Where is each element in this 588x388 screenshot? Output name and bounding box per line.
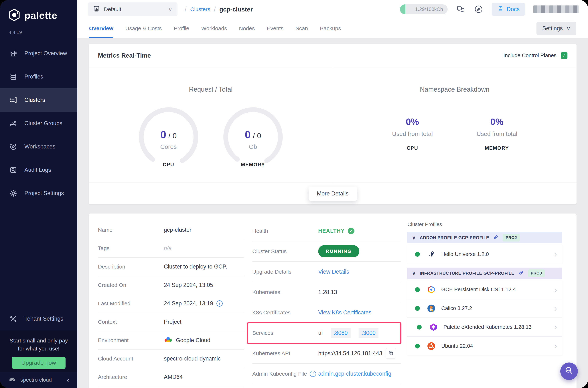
tab-scan[interactable]: Scan	[295, 19, 308, 38]
status-label: Services	[252, 330, 318, 336]
namespace-cpu-caption: Used from total	[389, 130, 436, 137]
service-name: ui	[318, 330, 323, 336]
sidebar-item-project-overview[interactable]: Project Overview	[0, 42, 77, 65]
sidebar-item-clusters[interactable]: Clusters	[0, 88, 77, 112]
info-icon[interactable]: i	[216, 300, 223, 307]
cluster-profiles-title: Cluster Profiles	[407, 221, 562, 227]
google-cloud-icon	[164, 337, 173, 344]
namespace-breakdown-title: Namespace Breakdown	[333, 86, 577, 93]
sidebar-item-project-settings[interactable]: Project Settings	[0, 182, 77, 205]
audit-search-icon	[9, 166, 18, 174]
tab-nodes[interactable]: Nodes	[239, 19, 255, 38]
infrastructure-profile-header[interactable]: ∨ INFRASTRUCTURE PROFILE GCP-PROFILE PRO…	[407, 267, 562, 279]
palette-logo-icon	[8, 8, 21, 22]
profile-item-gce-disk[interactable]: GCE Persistent Disk CSI 1.12.4 ›	[407, 280, 562, 299]
memory-gauge-label: MEMORY	[222, 162, 284, 168]
version-label: 4.4.19	[0, 22, 77, 35]
view-k8s-certificates-link[interactable]: View K8s Certificates	[318, 309, 371, 316]
namespace-memory-value: 0%	[473, 117, 521, 127]
chevron-right-icon: ›	[554, 342, 557, 350]
sidebar-item-workspaces[interactable]: Workspaces	[0, 135, 77, 158]
tab-workloads[interactable]: Workloads	[201, 19, 227, 38]
status-row-admin-kubeconfig: Admin Kubeconfig File i admin.gcp-cluste…	[252, 364, 401, 384]
tools-icon	[9, 315, 18, 323]
sidebar-item-cluster-groups[interactable]: Cluster Groups	[0, 112, 77, 135]
more-details-button[interactable]: More Details	[309, 187, 357, 201]
copy-api-url-button[interactable]	[385, 348, 396, 359]
ubuntu-icon	[427, 342, 435, 350]
breadcrumb-clusters-link[interactable]: Clusters	[190, 6, 210, 12]
status-row-cluster-status: Cluster Status RUNNING	[252, 241, 401, 262]
namespace-memory-stat: 0% Used from total MEMORY	[473, 117, 521, 151]
fraction-separator: /	[168, 132, 170, 140]
kubernetes-version: 1.28.13	[318, 289, 337, 295]
addon-profile-items: Hello Universe 1.2.0 ›	[407, 245, 562, 264]
sidebar-item-tenant-settings[interactable]: Tenant Settings	[0, 307, 77, 330]
tab-overview[interactable]: Overview	[89, 19, 113, 38]
sidebar-item-profiles[interactable]: Profiles	[0, 65, 77, 88]
addon-profile-name: ADDON PROFILE GCP-PROFILE	[420, 235, 489, 240]
explore-compass-icon[interactable]	[474, 4, 483, 14]
detail-label: Cloud Account	[98, 356, 164, 362]
detail-value: Cluster to deploy to GCP.	[164, 263, 227, 270]
sidebar: palette 4.4.19 Project Overview	[0, 0, 77, 388]
promo-text: Start small and only pay for what you us…	[9, 337, 69, 353]
profile-item-hello-universe[interactable]: Hello Universe 1.2.0 ›	[407, 245, 562, 264]
detail-row-cloud-account: Cloud Account spectro-cloud-dynamic	[98, 350, 244, 368]
metrics-header: Metrics Real-Time Include Control Planes…	[89, 44, 577, 67]
profile-item-calico[interactable]: Calico 3.27.2 ›	[407, 299, 562, 318]
gear-icon	[9, 189, 18, 197]
service-port-3000-link[interactable]: :3000	[359, 328, 379, 338]
tab-usage-costs[interactable]: Usage & Costs	[125, 19, 162, 38]
sidebar-item-label: Clusters	[24, 97, 45, 103]
docs-button[interactable]: Docs	[492, 3, 525, 16]
chevron-right-icon: ›	[554, 304, 557, 312]
namespace-cpu-label: CPU	[389, 145, 436, 151]
service-port-8080-link[interactable]: :8080	[331, 328, 351, 338]
addon-profile-header[interactable]: ∨ ADDON PROFILE GCP-PROFILE PROJ	[407, 232, 562, 243]
include-control-planes-checkbox[interactable]: ✓	[561, 52, 567, 59]
detail-row-name: Name gcp-cluster	[98, 221, 244, 239]
profile-item-ubuntu[interactable]: Ubuntu 22.04 ›	[407, 337, 562, 355]
tab-events[interactable]: Events	[267, 19, 283, 38]
tab-profile[interactable]: Profile	[174, 19, 189, 38]
topbar-actions: 1.29/100kCh	[400, 3, 579, 16]
calico-icon	[427, 304, 435, 313]
detail-row-description: Description Cluster to deploy to GCP.	[98, 258, 244, 276]
settings-label: Settings	[542, 25, 563, 32]
cpu-gauge: 0 / 0 Cores CPU	[138, 106, 200, 168]
support-search-fab[interactable]	[560, 363, 578, 380]
profile-item-pxk[interactable]: Palette eXtended Kubernetes 1.28.13 ›	[407, 318, 562, 337]
tab-backups[interactable]: Backups	[320, 19, 341, 38]
copy-icon	[388, 350, 394, 356]
detail-label: Name	[98, 227, 164, 233]
sidebar-item-audit-logs[interactable]: Audit Logs	[0, 158, 77, 182]
magnifier-smile-icon	[564, 366, 574, 377]
collapse-sidebar-icon[interactable]: ‹	[67, 376, 69, 384]
detail-value: gcp-cluster	[164, 227, 192, 233]
sidebar-item-label: Tenant Settings	[24, 315, 63, 322]
sidebar-item-label: Project Settings	[24, 190, 64, 196]
detail-label: Tags	[98, 245, 164, 251]
orbit-icon	[9, 143, 18, 151]
cluster-settings-button[interactable]: Settings ∨	[537, 22, 576, 35]
project-selector[interactable]: Default ∨	[88, 2, 178, 16]
kubeconfig-download-link[interactable]: admin.gcp-cluster.kubeconfig	[318, 370, 391, 377]
credits-value: 1.29/100kCh	[415, 7, 443, 12]
memory-total-value: 0	[257, 132, 261, 140]
breadcrumb-separator: /	[214, 5, 216, 13]
info-icon[interactable]: i	[310, 371, 316, 377]
status-label: Kubernetes API	[252, 350, 318, 357]
upgrade-now-button[interactable]: Upgrade now	[12, 357, 65, 369]
user-account-name-redacted[interactable]	[533, 5, 579, 13]
metrics-body: Request / Total 0 / 0	[89, 67, 577, 182]
logo: palette	[0, 0, 77, 22]
view-details-link[interactable]: View Details	[318, 268, 349, 275]
feedback-chat-icon[interactable]	[456, 4, 466, 14]
chevron-down-icon: ∨	[168, 6, 172, 13]
sidebar-item-label: Cluster Groups	[24, 120, 62, 127]
breadcrumb-separator: /	[185, 5, 187, 13]
include-control-planes: Include Control Planes ✓	[503, 52, 567, 59]
kubernetes-api-url: https://34.54.126.181:443	[318, 350, 382, 357]
status-dot-green	[415, 252, 420, 257]
